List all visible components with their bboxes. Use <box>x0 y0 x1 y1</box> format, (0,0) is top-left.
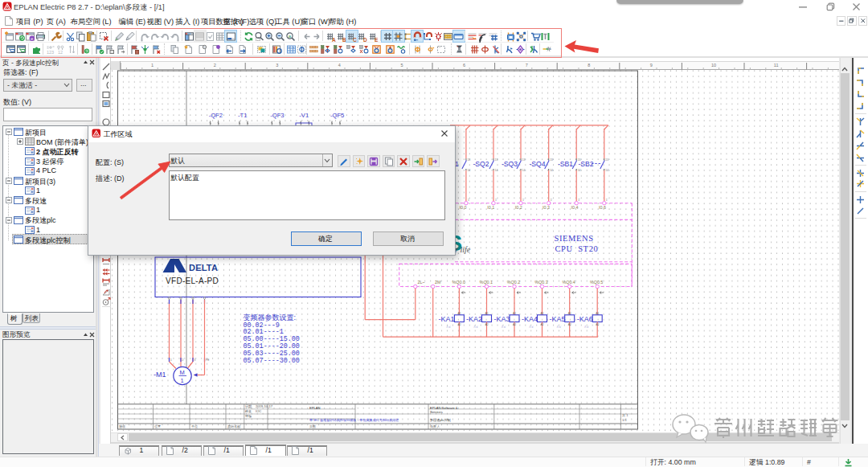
svg-text:A1: A1 <box>457 312 461 315</box>
svg-text:%Q0.5: %Q0.5 <box>590 280 603 285</box>
svg-text:A1: A1 <box>568 312 571 315</box>
svg-text:/\ s': /\ s' <box>557 326 562 329</box>
svg-text:13: 13 <box>467 158 470 162</box>
svg-text:A2: A2 <box>513 323 516 326</box>
svg-text:%Q0.2: %Q0.2 <box>507 280 520 285</box>
svg-text:14: 14 <box>495 169 498 172</box>
svg-text:2: 2 <box>182 358 184 362</box>
svg-text:2L~: 2L~ <box>418 280 425 285</box>
svg-text:负责人: 负责人 <box>429 424 440 428</box>
svg-text:检查: 检查 <box>244 409 252 413</box>
svg-text:M: M <box>180 369 185 376</box>
svg-text:2M: 2M <box>435 280 441 285</box>
svg-text:3: 3 <box>194 358 196 362</box>
svg-text:14: 14 <box>467 169 470 172</box>
svg-text:r life: r life <box>455 245 471 254</box>
svg-text:A1: A1 <box>485 312 489 315</box>
svg-text:14: 14 <box>578 169 581 172</box>
svg-text:1': 1' <box>551 199 553 202</box>
svg-text:-SQ4: -SQ4 <box>530 160 546 168</box>
svg-text:-SQ2: -SQ2 <box>473 160 489 168</box>
svg-text:14: 14 <box>550 169 553 172</box>
svg-text:-QF5: -QF5 <box>330 112 344 119</box>
svg-text:14: 14 <box>522 169 526 172</box>
svg-text:-SB1: -SB1 <box>558 160 573 168</box>
svg-text:原始名称: 原始名称 <box>227 424 240 428</box>
svg-text:A2: A2 <box>596 323 599 326</box>
svg-text:I0.3: I0.3 <box>542 205 550 210</box>
svg-text:Services: Services <box>430 410 443 414</box>
svg-text:A1: A1 <box>596 312 599 315</box>
svg-text:-V1: -V1 <box>299 112 309 119</box>
svg-text:I0.4: I0.4 <box>571 205 579 210</box>
svg-text:页 1: 页 1 <box>622 413 628 417</box>
svg-text:页数: 页数 <box>309 424 316 428</box>
svg-text:多段速plc控制: 多段速plc控制 <box>430 418 451 422</box>
svg-text:I0.2: I0.2 <box>515 205 522 210</box>
svg-text:位置: 位置 <box>154 424 161 428</box>
svg-text:VFD-EL-A-PD: VFD-EL-A-PD <box>166 277 219 285</box>
svg-text:1': 1' <box>578 199 580 202</box>
svg-text:/\ s': /\ s' <box>502 326 506 329</box>
svg-text:%Q0.0: %Q0.0 <box>452 280 465 285</box>
svg-text:-SB2: -SB2 <box>579 160 594 168</box>
svg-text:13: 13 <box>495 158 498 162</box>
svg-text:A1: A1 <box>541 312 544 315</box>
svg-text:I0.0: I0.0 <box>460 205 467 210</box>
svg-text:A2: A2 <box>457 323 461 326</box>
svg-text:/\ s': /\ s' <box>474 326 479 329</box>
svg-text:-KA5: -KA5 <box>550 315 566 323</box>
svg-text:PE: PE <box>206 358 209 362</box>
svg-text:-SQ3: -SQ3 <box>502 160 518 168</box>
svg-text:CPU ST20: CPU ST20 <box>555 244 599 253</box>
svg-text:13: 13 <box>605 158 608 162</box>
svg-text:/\ s': /\ s' <box>446 326 451 329</box>
svg-text:EPLAN: EPLAN <box>309 406 320 410</box>
svg-text:IOC: IOC <box>256 409 261 413</box>
svg-text:%Q0.1: %Q0.1 <box>480 280 493 285</box>
svg-text:14: 14 <box>605 169 608 172</box>
svg-text:单位: 单位 <box>191 424 198 428</box>
svg-text:2019-10-17: 2019-10-17 <box>256 404 273 408</box>
svg-text:/\ s': /\ s' <box>584 326 589 329</box>
svg-text:%Q0.3: %Q0.3 <box>534 280 547 285</box>
svg-text:1': 1' <box>522 199 525 202</box>
svg-text:-KA2: -KA2 <box>466 315 482 323</box>
svg-text:1: 1 <box>170 358 172 362</box>
svg-text:I0.1: I0.1 <box>487 205 494 210</box>
svg-text:变频器参数设置:: 变频器参数设置: <box>244 313 297 322</box>
svg-text:带 IEC 标准标识结构的项目模板：带有高集成代号和结构描述: 带 IEC 标准标识结构的项目模板：带有高集成代号和结构描述 <box>309 418 399 423</box>
svg-text:%Q0.4: %Q0.4 <box>562 280 575 285</box>
svg-text:DELTA: DELTA <box>189 263 218 272</box>
svg-text:1: 1 <box>181 377 184 384</box>
svg-text:/\ s': /\ s' <box>530 326 534 329</box>
svg-text:A1: A1 <box>513 312 516 315</box>
svg-text:-M1: -M1 <box>154 371 166 379</box>
svg-text:接收: 接收 <box>118 424 125 428</box>
svg-text:-KA6: -KA6 <box>577 315 593 323</box>
svg-text:审核: 审核 <box>245 414 252 418</box>
svg-text:1: 1 <box>455 160 459 168</box>
svg-text:A2: A2 <box>568 323 571 326</box>
svg-text:-KA4: -KA4 <box>522 315 538 323</box>
svg-text:-QF3: -QF3 <box>270 112 284 119</box>
svg-text:I0.6: I0.6 <box>599 205 606 210</box>
svg-text:1': 1' <box>495 199 497 202</box>
svg-text:-KA3: -KA3 <box>494 315 510 323</box>
svg-text:13: 13 <box>522 158 526 162</box>
svg-text:05.07----30.00: 05.07----30.00 <box>244 357 300 365</box>
svg-text:-T1: -T1 <box>238 112 247 119</box>
svg-text:1': 1' <box>468 199 470 202</box>
svg-text:1/1: 1/1 <box>622 418 627 422</box>
svg-text:A2: A2 <box>541 323 544 326</box>
svg-text:1': 1' <box>606 199 608 202</box>
svg-text:-QF2: -QF2 <box>209 112 223 119</box>
svg-text:日期: 日期 <box>245 404 252 408</box>
svg-text:13: 13 <box>550 158 553 162</box>
svg-text:A2: A2 <box>485 323 489 326</box>
svg-text:-KA1: -KA1 <box>439 315 455 323</box>
svg-text:SIEMENS: SIEMENS <box>555 234 594 243</box>
